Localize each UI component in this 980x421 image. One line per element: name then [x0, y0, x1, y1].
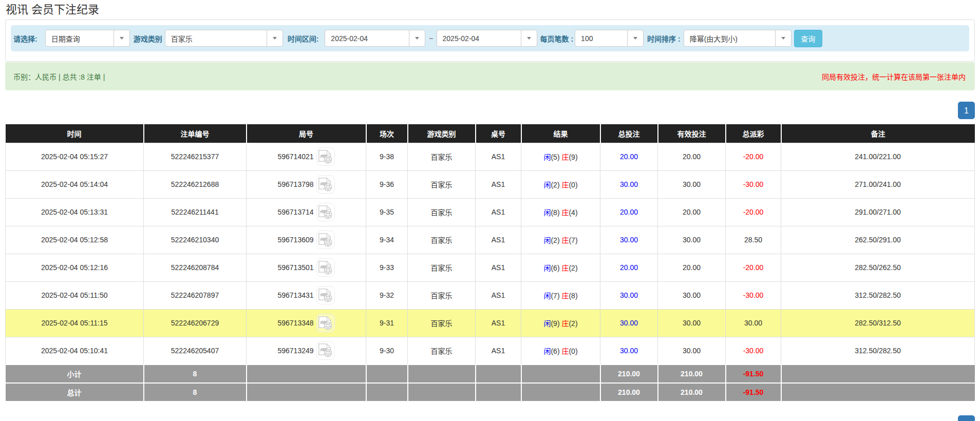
- total-bet-link[interactable]: 30.00: [620, 180, 638, 188]
- total-bet-link[interactable]: 30.00: [620, 347, 638, 355]
- date-to-select[interactable]: 2025-02-04: [437, 30, 537, 47]
- cell-game-type: 百家乐: [408, 337, 476, 365]
- total-bet-link[interactable]: 30.00: [620, 291, 638, 299]
- video-replay-button[interactable]: [316, 203, 335, 221]
- cell-bet-id: 522246206729: [144, 309, 247, 337]
- cell-round-id: 596713249: [247, 337, 366, 365]
- total-bet-link[interactable]: 20.00: [620, 208, 638, 216]
- col-header-total-bet: 总投注: [600, 124, 658, 143]
- filter-panel: 请选择: 日期查询 游戏类别 百家乐 时间区间: 2025-02-04 ~ 20…: [5, 20, 975, 62]
- page-button-1-bottom[interactable]: 1: [958, 415, 975, 421]
- result-banker-score: (0): [569, 347, 577, 355]
- cell-time: 2025-02-04 05:15:27: [6, 143, 144, 170]
- cell-session: 9-32: [366, 281, 408, 309]
- cell-time: 2025-02-04 05:11:15: [6, 309, 144, 337]
- sort-value: 降幂(由大到小): [684, 33, 775, 44]
- caret-down-icon: [633, 37, 637, 40]
- cell-remark: 312.50/282.50: [781, 337, 975, 365]
- date-to-select-arrow[interactable]: [521, 30, 537, 46]
- result-player-score: (2): [551, 236, 561, 244]
- cell-round-id: 596713431: [247, 281, 366, 309]
- record-row: 2025-02-04 05:12:58522246210340596713609…: [6, 226, 975, 254]
- summary-info: 币别：人民币 | 总共 :8 注单 |: [13, 71, 105, 82]
- result-player-score: (7): [551, 292, 561, 300]
- col-header-session: 场次: [366, 124, 408, 143]
- total-bet-link[interactable]: 20.00: [620, 263, 638, 272]
- record-row: 2025-02-04 05:13:31522246211441596713714…: [6, 198, 975, 226]
- col-header-game-type: 游戏类别: [408, 124, 476, 143]
- cell-time: 2025-02-04 05:13:31: [6, 198, 144, 226]
- round-id-group: 596714021: [277, 147, 334, 166]
- round-id-value: 596713249: [277, 347, 313, 355]
- col-header-payout: 总派彩: [726, 124, 781, 143]
- game-type-select[interactable]: 百家乐: [165, 30, 283, 47]
- summary-bar: 币别：人民币 | 总共 :8 注单 | 同局有效投注，统一计算在该局第一张注单内: [5, 62, 975, 90]
- cell-bet-id: 522246207897: [144, 281, 247, 309]
- cell-valid-bet: 30.00: [658, 226, 726, 254]
- total-bet-link[interactable]: 30.00: [620, 236, 638, 244]
- cell-total-bet: 20.00: [600, 254, 658, 281]
- cell-valid-bet: 30.00: [658, 337, 726, 365]
- cell-bet-id: 522246210340: [144, 226, 247, 254]
- date-from-select-arrow[interactable]: [409, 30, 425, 46]
- grand-total-valid-bet: 210.00: [658, 383, 726, 401]
- search-button[interactable]: 查询: [794, 30, 822, 47]
- subtotal-payout: -91.50: [726, 365, 781, 383]
- page-title: 视讯 会员下注纪录: [5, 0, 975, 17]
- query-type-select[interactable]: 日期查询: [45, 30, 130, 47]
- video-replay-button[interactable]: [316, 341, 335, 360]
- cell-remark: 271.00/241.00: [781, 170, 975, 198]
- result-banker-label: 庄: [561, 153, 569, 161]
- result-banker-score: (7): [569, 236, 577, 244]
- result-banker-score: (8): [569, 292, 577, 300]
- date-from-select[interactable]: 2025-02-04: [325, 30, 425, 47]
- video-replay-button[interactable]: [316, 286, 335, 304]
- round-id-group: 596713501: [277, 258, 334, 277]
- total-bet-link[interactable]: 30.00: [620, 319, 638, 327]
- cell-payout: -30.00: [726, 281, 781, 309]
- round-id-group: 596713798: [277, 175, 334, 194]
- record-row: 2025-02-04 05:12:16522246208784596713501…: [6, 254, 975, 281]
- grand-total-empty: [408, 383, 476, 401]
- record-row: 2025-02-04 05:14:04522246212688596713798…: [6, 170, 975, 198]
- sort-select-arrow[interactable]: [775, 30, 791, 46]
- page-button-1[interactable]: 1: [958, 102, 975, 119]
- cell-table-id: AS1: [476, 309, 521, 337]
- cell-round-id: 596713609: [247, 226, 366, 254]
- video-replay-button[interactable]: [316, 175, 335, 194]
- round-id-value: 596713798: [277, 180, 313, 188]
- result-player-score: (9): [551, 319, 561, 328]
- cell-game-type: 百家乐: [408, 254, 476, 281]
- result-player-label: 闲: [543, 264, 551, 272]
- cell-round-id: 596713714: [247, 198, 366, 226]
- page-size-select[interactable]: 100: [575, 30, 644, 47]
- query-type-select-arrow[interactable]: [114, 30, 129, 46]
- record-row: 2025-02-04 05:11:15522246206729596713348…: [6, 309, 975, 337]
- video-replay-button[interactable]: [316, 314, 335, 332]
- cell-payout: -20.00: [726, 143, 781, 170]
- pagination-top: 1: [5, 102, 975, 119]
- cell-valid-bet: 30.00: [658, 309, 726, 337]
- cell-result: 闲(2) 庄(7): [521, 226, 600, 254]
- page-size-label: 每页笔数 :: [540, 33, 574, 44]
- query-type-value: 日期查询: [46, 33, 114, 44]
- cell-bet-id: 522246205407: [144, 337, 247, 365]
- cell-session: 9-31: [366, 309, 408, 337]
- round-id-value: 596713501: [277, 263, 313, 272]
- video-replay-button[interactable]: [316, 231, 335, 249]
- cell-bet-id: 522246212688: [144, 170, 247, 198]
- cell-total-bet: 30.00: [600, 281, 658, 309]
- round-id-value: 596713714: [277, 208, 313, 216]
- record-row: 2025-02-04 05:11:50522246207897596713431…: [6, 281, 975, 309]
- pagination-bottom: 1: [5, 415, 975, 421]
- cell-table-id: AS1: [476, 281, 521, 309]
- round-id-value: 596713609: [277, 236, 313, 244]
- page-size-select-arrow[interactable]: [627, 30, 643, 46]
- total-bet-link[interactable]: 20.00: [620, 152, 638, 161]
- cell-valid-bet: 20.00: [658, 198, 726, 226]
- video-replay-button[interactable]: [316, 147, 335, 166]
- video-replay-button[interactable]: [316, 258, 335, 277]
- cell-round-id: 596713501: [247, 254, 366, 281]
- sort-select[interactable]: 降幂(由大到小): [684, 30, 791, 47]
- game-type-select-arrow[interactable]: [267, 30, 282, 46]
